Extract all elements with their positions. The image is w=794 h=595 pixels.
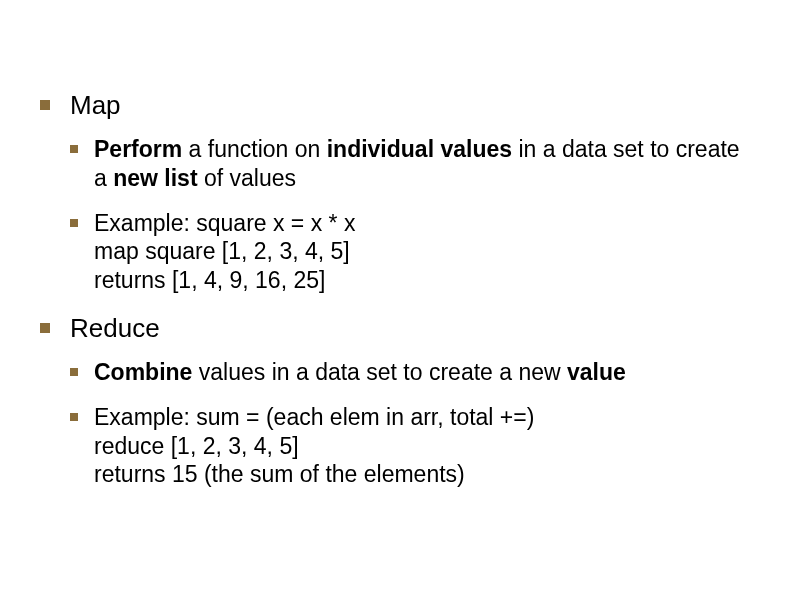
text-run: Example: square x = x * x (94, 210, 355, 236)
subitems: Perform a function on individual values … (70, 135, 754, 295)
list-item: Combine values in a data set to create a… (70, 358, 754, 387)
square-bullet-icon (70, 413, 78, 421)
bold-run: Combine (94, 359, 192, 385)
square-bullet-icon (70, 145, 78, 153)
bold-run: individual values (327, 136, 512, 162)
section-heading-row: Reduce (40, 313, 754, 344)
text-run: returns [1, 4, 9, 16, 25] (94, 267, 325, 293)
section: MapPerform a function on individual valu… (40, 90, 754, 295)
section-heading: Reduce (70, 313, 160, 344)
bold-run: new list (113, 165, 197, 191)
list-item-text: Example: square x = x * xmap square [1, … (94, 209, 355, 295)
text-run: returns 15 (the sum of the elements) (94, 461, 465, 487)
square-bullet-icon (40, 323, 50, 333)
text-run: map square [1, 2, 3, 4, 5] (94, 238, 350, 264)
bold-run: Perform (94, 136, 182, 162)
text-run: values in a data set to create a new (192, 359, 567, 385)
list-item-text: Combine values in a data set to create a… (94, 358, 626, 387)
square-bullet-icon (70, 219, 78, 227)
section-heading: Map (70, 90, 121, 121)
section-heading-row: Map (40, 90, 754, 121)
square-bullet-icon (40, 100, 50, 110)
text-run: Example: sum = (each elem in arr, total … (94, 404, 534, 430)
slide-content: MapPerform a function on individual valu… (40, 90, 754, 489)
text-run: a function on (182, 136, 327, 162)
square-bullet-icon (70, 368, 78, 376)
subitems: Combine values in a data set to create a… (70, 358, 754, 489)
list-item: Perform a function on individual values … (70, 135, 754, 193)
text-run: of values (198, 165, 296, 191)
bold-run: value (567, 359, 626, 385)
list-item: Example: sum = (each elem in arr, total … (70, 403, 754, 489)
section: ReduceCombine values in a data set to cr… (40, 313, 754, 489)
list-item-text: Perform a function on individual values … (94, 135, 754, 193)
list-item-text: Example: sum = (each elem in arr, total … (94, 403, 534, 489)
list-item: Example: square x = x * xmap square [1, … (70, 209, 754, 295)
text-run: reduce [1, 2, 3, 4, 5] (94, 433, 299, 459)
